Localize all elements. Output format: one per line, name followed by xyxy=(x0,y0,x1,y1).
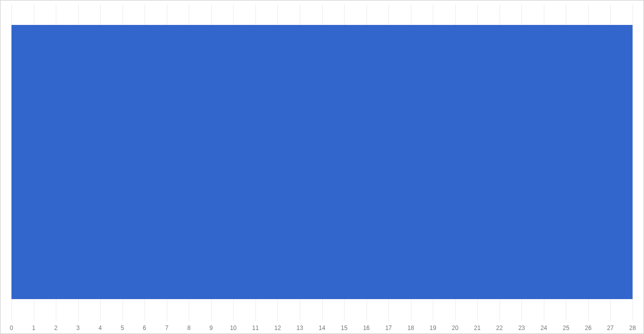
x-tick-label: 7 xyxy=(165,325,168,332)
gridline xyxy=(633,4,633,321)
x-tick-label: 25 xyxy=(563,325,569,332)
x-tick-label: 9 xyxy=(209,325,213,332)
x-tick-label: 28 xyxy=(629,325,636,332)
x-tick-label: 27 xyxy=(607,325,614,332)
x-tick-label: 21 xyxy=(474,325,481,332)
x-tick-label: 2 xyxy=(54,325,58,332)
x-tick-label: 16 xyxy=(363,325,370,332)
x-tick-label: 20 xyxy=(452,325,458,332)
chart-frame: 0123456789101112131415161718192021222324… xyxy=(0,0,644,334)
x-tick-label: 0 xyxy=(10,325,13,332)
x-tick-label: 23 xyxy=(518,325,525,332)
x-tick-label: 3 xyxy=(76,325,80,332)
plot-area xyxy=(11,4,633,321)
x-tick-label: 5 xyxy=(121,325,124,332)
x-tick-label: 14 xyxy=(319,325,325,332)
x-tick-label: 15 xyxy=(341,325,347,332)
x-tick-label: 18 xyxy=(407,325,414,332)
x-tick-label: 13 xyxy=(296,325,303,332)
x-tick-label: 19 xyxy=(429,325,436,332)
x-tick-label: 4 xyxy=(99,325,102,332)
x-tick-label: 12 xyxy=(274,325,281,332)
x-tick-label: 17 xyxy=(385,325,391,332)
x-tick-label: 8 xyxy=(187,325,191,332)
x-tick-label: 26 xyxy=(585,325,591,332)
x-axis: 0123456789101112131415161718192021222324… xyxy=(11,321,633,334)
bar xyxy=(11,25,633,299)
x-tick-label: 24 xyxy=(540,325,547,332)
x-tick-label: 1 xyxy=(32,325,35,332)
x-tick-label: 11 xyxy=(252,325,258,332)
x-tick-label: 10 xyxy=(230,325,237,332)
x-tick-label: 6 xyxy=(143,325,146,332)
x-tick-label: 22 xyxy=(496,325,503,332)
